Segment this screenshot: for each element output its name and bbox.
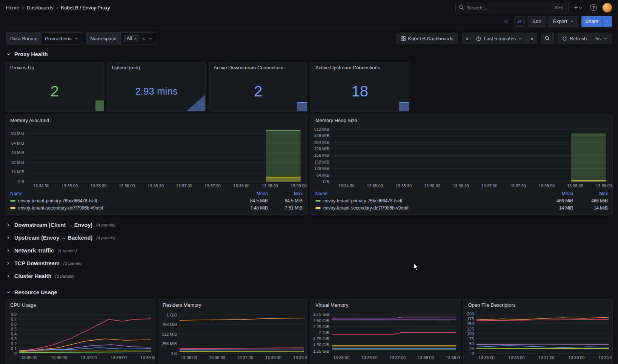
legend-header[interactable]: NameMeanMax xyxy=(315,190,608,197)
legend-row[interactable]: envoy-tenant-primary-76bcd66478-fsldt466… xyxy=(315,197,608,204)
datasource-picker[interactable]: Prometheus xyxy=(42,33,82,44)
svg-text:13:36:00: 13:36:00 xyxy=(51,355,67,360)
section-panel-count: (4 panels) xyxy=(96,236,115,240)
namespace-variable: Namespace All × × xyxy=(86,32,156,44)
open-file-descriptors-chart[interactable]: 025507510012515017520013:35:0013:36:0013… xyxy=(464,309,613,361)
global-search[interactable]: ⌘+k xyxy=(455,2,569,13)
refresh-interval-picker[interactable]: 5s xyxy=(591,33,612,44)
chart-legend: NameMeanMaxenvoy-tenant-primary-76bcd664… xyxy=(311,189,612,214)
svg-text:13:35:30: 13:35:30 xyxy=(90,184,106,188)
add-new-button[interactable]: + xyxy=(572,2,584,13)
edit-button[interactable]: Edit xyxy=(528,16,545,27)
section-downstream[interactable]: Downstream (Client → Envoy) (4 panels) xyxy=(0,219,618,231)
breadcrumb-dashboards[interactable]: Dashboards xyxy=(27,5,53,11)
back-icon: « xyxy=(466,35,469,41)
share-button[interactable]: Share xyxy=(581,16,602,27)
section-resource-usage[interactable]: Resource Usage xyxy=(0,288,618,297)
namespace-chip-all[interactable]: All × xyxy=(124,35,140,42)
panel-title[interactable]: Active Downstream Connections xyxy=(209,62,307,72)
grid-icon xyxy=(401,36,406,41)
svg-text:100: 100 xyxy=(467,332,473,336)
svg-text:128 MiB: 128 MiB xyxy=(314,166,329,171)
section-network-traffic[interactable]: Network Traffic (4 panels) xyxy=(0,244,618,257)
svg-text:13:36:00: 13:36:00 xyxy=(361,355,378,360)
time-range-picker[interactable]: Last 5 minutes xyxy=(472,33,527,44)
panel-title[interactable]: Memory Allocated xyxy=(6,115,307,124)
svg-text:13:38:30: 13:38:30 xyxy=(262,184,278,188)
zoom-out-button[interactable] xyxy=(541,33,554,44)
resident-memory-chart[interactable]: 0 B256 MiB512 MiB768 MiB1 GiB13:35:0013:… xyxy=(158,309,307,361)
caret-down-icon xyxy=(578,6,583,10)
panel-memory-heap-size[interactable]: Memory Heap Size 0 B64 MiB128 MiB192 MiB… xyxy=(311,115,613,215)
section-proxy-health[interactable]: Proxy Health xyxy=(0,50,618,59)
series-color-swatch xyxy=(10,207,15,209)
memory-panels-row: Memory Allocated 0 B16 MiB32 MiB48 MiB64… xyxy=(0,115,618,215)
breadcrumb-home[interactable]: Home xyxy=(6,5,19,11)
kubelb-dashboards-button[interactable]: KubeLB Dashboards xyxy=(396,33,458,44)
panel-proxies-up[interactable]: Proxies Up 2 xyxy=(5,62,104,112)
section-tcp-downstream[interactable]: TCP Downstream (3 panels) xyxy=(0,257,618,270)
panel-uptime[interactable]: Uptime (min) 2.93 mins xyxy=(107,62,206,112)
svg-text:2.50 GiB: 2.50 GiB xyxy=(313,318,329,323)
panel-title[interactable]: Uptime (min) xyxy=(108,62,206,72)
section-cluster-health[interactable]: Cluster Health (3 panels) xyxy=(0,270,618,283)
panel-title[interactable]: Active Upstream Connections xyxy=(311,62,409,72)
search-input[interactable] xyxy=(467,5,549,11)
breadcrumb: Home › Dashboards › KubeLB / Envoy Proxy xyxy=(6,5,110,11)
star-icon: ☆ xyxy=(504,18,509,25)
star-dashboard-button[interactable]: ☆ xyxy=(501,16,511,27)
panel-title[interactable]: Proxies Up xyxy=(6,62,104,72)
panel-resident-memory[interactable]: Resident Memory 0 B256 MiB512 MiB768 MiB… xyxy=(158,299,308,364)
clock-icon xyxy=(476,36,481,41)
panel-virtual-memory[interactable]: Virtual Memory 1.25 GiB1.50 GiB1.75 GiB2… xyxy=(311,299,460,364)
svg-text:13:39:00: 13:39:00 xyxy=(598,355,612,360)
panel-title[interactable]: Resident Memory xyxy=(158,300,307,309)
section-title: Network Traffic xyxy=(14,248,54,254)
plus-icon: + xyxy=(574,4,578,11)
virtual-memory-chart[interactable]: 1.25 GiB1.50 GiB1.75 GiB2 GiB2.25 GiB2.5… xyxy=(311,309,460,361)
time-range-label: Last 5 minutes xyxy=(484,36,516,41)
user-avatar[interactable] xyxy=(603,3,612,12)
export-button[interactable]: Export xyxy=(549,16,579,27)
edit-label: Edit xyxy=(532,18,541,24)
section-panel-count: (3 panels) xyxy=(55,274,74,278)
legend-row[interactable]: envoy-tenant-secondary-dc7f7986b-v9mbf14… xyxy=(315,204,608,211)
insights-button[interactable] xyxy=(514,16,525,27)
svg-text:13:36:00: 13:36:00 xyxy=(209,355,225,360)
namespace-picker[interactable]: All × × xyxy=(121,33,156,44)
memory-heap-chart[interactable]: 0 B64 MiB128 MiB192 MiB256 MiB320 MiB384… xyxy=(311,124,612,189)
time-shift-back-button[interactable]: « xyxy=(462,33,472,44)
share-options-button[interactable] xyxy=(602,16,612,27)
svg-text:13:37:00: 13:37:00 xyxy=(237,355,253,360)
panel-cpu-usage[interactable]: CPU Usage 00.10.20.30.40.50.60.70.813:35… xyxy=(5,299,155,364)
breadcrumb-current-dashboard: KubeLB / Envoy Proxy xyxy=(61,5,110,11)
panel-active-downstream-connections[interactable]: Active Downstream Connections 2 xyxy=(209,62,307,112)
svg-text:13:37:00: 13:37:00 xyxy=(176,184,192,188)
cpu-usage-chart[interactable]: 00.10.20.30.40.50.60.70.813:35:0013:36:0… xyxy=(6,309,155,361)
panel-memory-allocated[interactable]: Memory Allocated 0 B16 MiB32 MiB48 MiB64… xyxy=(5,115,307,215)
legend-row[interactable]: envoy-tenant-secondary-dc7f7986b-v9mbf7.… xyxy=(10,204,303,211)
legend-row[interactable]: envoy-tenant-primary-76bcd66478-fsldt84.… xyxy=(10,197,303,204)
svg-text:13:37:00: 13:37:00 xyxy=(81,355,97,360)
stat-value: 2 xyxy=(209,72,307,111)
chevron-right-icon xyxy=(6,236,11,240)
panel-active-upstream-connections[interactable]: Active Upstream Connections 18 xyxy=(311,62,409,112)
panel-title[interactable]: Open File Descriptors xyxy=(464,300,613,309)
panel-title[interactable]: Memory Heap Size xyxy=(311,115,612,124)
memory-allocated-chart[interactable]: 0 B16 MiB32 MiB48 MiB64 MiB80 MiB13:34:3… xyxy=(6,124,307,189)
refresh-button[interactable]: Refresh xyxy=(558,33,592,44)
breadcrumb-separator-icon: › xyxy=(56,5,58,11)
section-upstream[interactable]: Upstream (Envoy → Backend) (4 panels) xyxy=(0,231,618,244)
time-shift-forward-button[interactable]: » xyxy=(527,33,537,44)
help-button[interactable]: ? xyxy=(588,2,599,13)
clear-all-icon[interactable]: × xyxy=(142,36,145,41)
panel-open-file-descriptors[interactable]: Open File Descriptors 025507510012515017… xyxy=(463,299,613,364)
svg-text:2.75 GiB: 2.75 GiB xyxy=(313,312,329,317)
panel-title[interactable]: CPU Usage xyxy=(6,300,155,309)
legend-header[interactable]: NameMeanMax xyxy=(10,190,303,197)
svg-text:2 GiB: 2 GiB xyxy=(319,330,329,335)
svg-text:0.1: 0.1 xyxy=(11,346,17,351)
panel-title[interactable]: Virtual Memory xyxy=(311,300,460,309)
svg-text:13:37:30: 13:37:30 xyxy=(204,184,221,188)
remove-value-icon[interactable]: × xyxy=(134,36,137,41)
